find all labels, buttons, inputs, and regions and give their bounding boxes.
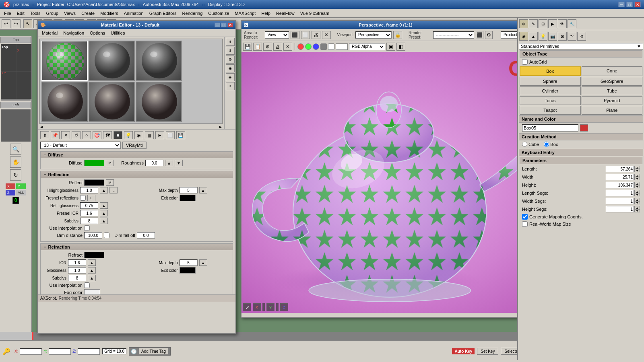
add-time-tag-btn[interactable]: Add Time Tag xyxy=(138,348,169,355)
mat-editor-close[interactable]: ✕ xyxy=(227,23,233,27)
hilight-spinner[interactable]: ▲ xyxy=(100,187,108,193)
rp-box-radio-input[interactable] xyxy=(544,142,549,147)
maxdepth-spinner[interactable]: ▲ xyxy=(199,187,207,193)
rp-cameras-btn[interactable]: 📷 xyxy=(548,32,557,41)
mat-put-material[interactable]: ⬇ xyxy=(226,47,235,55)
rp-cube-radio[interactable]: Cube xyxy=(522,142,539,147)
rp-sphere-btn[interactable]: Sphere xyxy=(520,77,581,86)
rp-width-segs-up[interactable]: ▲ xyxy=(634,198,640,201)
rp-primitives-combo[interactable]: Standard Primitives ▼ xyxy=(519,43,643,49)
rp-geosphere-btn[interactable]: GeoSphere xyxy=(582,77,643,86)
reflect-map-btn[interactable]: M xyxy=(106,179,114,186)
menu-graph-editors[interactable]: Graph Editors xyxy=(147,10,179,16)
mat-sphere-4[interactable] xyxy=(41,82,88,122)
save-img-btn[interactable]: 💾 xyxy=(243,43,252,51)
menu-animation[interactable]: Animation xyxy=(122,10,146,16)
channel-select[interactable]: RGB Alpha xyxy=(349,43,385,50)
arc-rotate-tool[interactable]: ↻ xyxy=(10,169,21,181)
mat-misc-1[interactable]: ◉ xyxy=(226,64,235,72)
hilight-lock[interactable]: L xyxy=(109,187,118,193)
roughness-input[interactable] xyxy=(145,160,163,166)
rp-width-input[interactable] xyxy=(606,174,634,180)
fresnel-ior-spinner[interactable]: ▲ xyxy=(100,210,108,216)
ref-use-interp-checkbox[interactable] xyxy=(84,282,90,288)
ref-subdivs-spinner[interactable]: ▲ xyxy=(88,275,96,281)
rp-helpers-btn[interactable]: ⊠ xyxy=(558,32,567,41)
x-coord-input[interactable] xyxy=(20,348,42,355)
rp-spacewarps-btn[interactable]: 〜 xyxy=(568,32,576,41)
rp-motion-btn[interactable]: ▶ xyxy=(548,19,557,28)
refl-gloss-spinner[interactable]: ▲ xyxy=(100,202,108,209)
rp-systems-btn[interactable]: ⚙ xyxy=(577,32,586,41)
close-button[interactable]: ✕ xyxy=(634,2,641,7)
mat-editor-minimize[interactable]: ─ xyxy=(215,23,220,27)
use-interp-checkbox[interactable] xyxy=(84,225,90,231)
rp-teapot-btn[interactable]: Teapot xyxy=(520,106,581,115)
ref-maxdepth-spinner[interactable]: ▲ xyxy=(199,259,207,266)
refl-gloss-input[interactable] xyxy=(80,202,98,209)
rp-box-btn[interactable]: Box xyxy=(520,66,581,76)
undo-btn[interactable]: ↩ xyxy=(2,19,10,28)
rp-length-segs-input[interactable] xyxy=(606,190,634,196)
mat-get-material-btn[interactable]: ⬆ xyxy=(40,131,49,139)
mat-delete[interactable]: ✕ xyxy=(61,131,70,139)
mat-video-color[interactable]: ▤ xyxy=(145,131,154,139)
vp-maximize-btn[interactable]: ⤢ xyxy=(243,303,251,311)
preset-icon-1[interactable]: ⬛ xyxy=(476,31,483,39)
mat-sphere-5[interactable] xyxy=(89,82,135,122)
mat-show-map[interactable]: 🗺 xyxy=(103,131,112,139)
rp-generate-mapping-checkbox[interactable] xyxy=(522,214,528,220)
color-swatch[interactable] xyxy=(336,43,348,50)
mat-type-btn[interactable]: VRayMtl xyxy=(122,142,147,149)
mat-menu-options[interactable]: Options xyxy=(87,30,107,36)
fresnel-ior-input[interactable] xyxy=(80,210,98,216)
view-top[interactable]: Top xyxy=(0,37,31,43)
menu-modifiers[interactable]: Modifiers xyxy=(98,10,121,16)
gloss-input[interactable] xyxy=(68,267,86,274)
mat-name-select[interactable]: 13 - Default xyxy=(40,142,121,149)
preset-icon-2[interactable]: ⚙ xyxy=(485,31,493,39)
rp-pyramid-btn[interactable]: Pyramid xyxy=(582,96,643,105)
menu-group[interactable]: Group xyxy=(43,10,61,16)
viewport-lock[interactable]: 🔒 xyxy=(393,31,402,39)
mat-menu-material[interactable]: Material xyxy=(39,30,60,36)
reflect-color[interactable] xyxy=(84,179,104,186)
minimize-button[interactable]: ─ xyxy=(618,2,625,7)
sphere-scroll-right[interactable]: ► xyxy=(219,125,223,129)
rp-length-down[interactable]: ▼ xyxy=(634,169,640,172)
rp-length-input[interactable] xyxy=(606,166,634,172)
y-coord-input[interactable] xyxy=(49,348,71,355)
diffuse-color[interactable] xyxy=(84,160,104,166)
gloss-spinner[interactable]: ▲ xyxy=(88,267,96,274)
mat-reset[interactable]: ↺ xyxy=(72,131,80,139)
mat-put-to-scene[interactable]: 📌 xyxy=(51,131,60,139)
select-btn[interactable]: ↖ xyxy=(23,19,32,28)
channel-clear[interactable] xyxy=(328,43,334,50)
roughness-spinner-down[interactable]: ▼ xyxy=(175,160,183,166)
mat-show-bg[interactable]: ■ xyxy=(114,131,122,139)
z-coord-input[interactable] xyxy=(78,348,100,355)
mat-sphere-3[interactable] xyxy=(136,41,182,81)
menu-rendering[interactable]: Rendering xyxy=(180,10,205,16)
menu-customize[interactable]: Customize xyxy=(206,10,231,16)
refraction-header[interactable]: Refraction xyxy=(41,244,233,250)
area-printer[interactable]: 🖨 xyxy=(312,31,320,39)
rp-length-segs-down[interactable]: ▼ xyxy=(634,193,640,196)
mat-sphere-2[interactable] xyxy=(89,41,135,81)
mat-menu-utilities[interactable]: Utilities xyxy=(108,30,127,36)
rp-tube-btn[interactable]: Tube xyxy=(582,86,643,95)
dim-dist-input[interactable] xyxy=(84,232,102,239)
mat-get-material[interactable]: ⬆ xyxy=(226,38,235,46)
area-icon-2[interactable]: ⬜ xyxy=(301,31,310,39)
view-left[interactable]: Left xyxy=(0,102,31,108)
exit-color-swatch[interactable] xyxy=(180,195,196,201)
axis-all-btn[interactable]: ALL xyxy=(16,190,26,195)
auto-key-btn[interactable]: Auto Key xyxy=(452,348,475,354)
rp-autogrid-checkbox[interactable] xyxy=(522,59,528,65)
rp-create-btn[interactable]: ⊕ xyxy=(519,19,528,28)
menu-help[interactable]: Help xyxy=(259,10,273,16)
hilight-input[interactable] xyxy=(80,187,98,193)
fog-color-swatch[interactable] xyxy=(84,289,100,294)
rp-height-segs-input[interactable] xyxy=(606,206,634,212)
rp-real-world-checkbox[interactable] xyxy=(522,221,528,227)
